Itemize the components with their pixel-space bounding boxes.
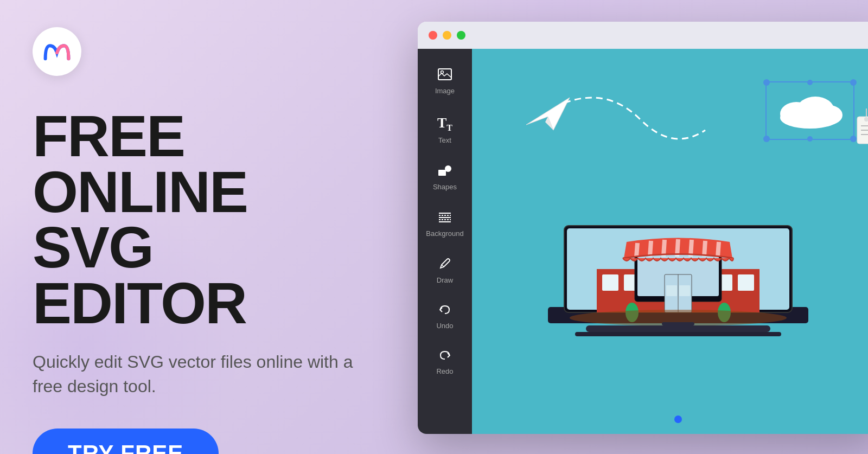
svg-line-31 [636,243,637,257]
traffic-light-green [457,31,465,40]
redo-tool-label: Redo [436,367,453,375]
traffic-light-yellow [443,31,451,40]
editor-content: Image TT Text Shapes [418,49,868,434]
svg-line-37 [718,242,719,257]
svg-rect-47 [575,332,781,336]
svg-rect-40 [666,285,677,296]
cloud-selection [765,81,854,140]
nav-dot [674,415,682,423]
traffic-light-red [429,31,437,40]
background-tool-label: Background [426,229,463,238]
shapes-tool-label: Shapes [433,183,457,191]
browser-chrome [418,22,868,49]
tool-image[interactable]: Image [420,60,469,104]
tool-undo[interactable]: Undo [420,296,469,338]
image-tool-label: Image [435,87,455,95]
svg-rect-45 [662,322,694,325]
right-section: Image TT Text Shapes [380,0,868,454]
background-tool-icon [438,211,452,226]
svg-rect-28 [738,274,754,291]
main-headline: FREE ONLINE SVG EDITOR [33,108,380,331]
logo-icon [41,41,73,62]
tool-background[interactable]: Background [420,202,469,246]
text-tool-label: Text [438,136,451,144]
canvas-area[interactable] [472,49,868,434]
headline-line1: FREE ONLINE [33,103,247,225]
tool-redo[interactable]: Redo [420,341,469,384]
svg-rect-41 [679,285,690,296]
shapes-tool-icon [438,164,452,180]
browser-window: Image TT Text Shapes [418,22,868,434]
draw-tool-icon [439,258,451,273]
draw-tool-label: Draw [437,276,453,284]
tool-text[interactable]: TT Text [420,106,469,153]
left-section: FREE ONLINE SVG EDITOR Quickly edit SVG … [0,0,412,454]
svg-rect-46 [586,325,770,332]
subtitle-text: Quickly edit SVG vector files online wit… [33,350,358,399]
undo-tool-icon [438,304,451,318]
headline-line2: SVG EDITOR [33,214,246,336]
undo-tool-label: Undo [436,322,453,330]
svg-point-14 [815,105,843,125]
svg-rect-2 [438,170,446,176]
text-tool-icon: TT [437,115,452,133]
logo-circle [33,27,81,76]
logo-container [33,27,380,76]
redo-tool-icon [438,350,451,364]
svg-rect-25 [602,274,618,291]
tool-shapes[interactable]: Shapes [420,156,469,200]
svg-line-32 [650,241,651,257]
dashed-path [553,87,716,168]
svg-line-36 [704,241,705,257]
tool-draw[interactable]: Draw [420,249,469,293]
try-free-button[interactable]: TRY FREE [33,429,219,454]
image-tool-icon [438,68,452,84]
editor-toolbar: Image TT Text Shapes [418,49,472,434]
svg-point-3 [445,165,451,172]
store-illustration [532,199,825,407]
